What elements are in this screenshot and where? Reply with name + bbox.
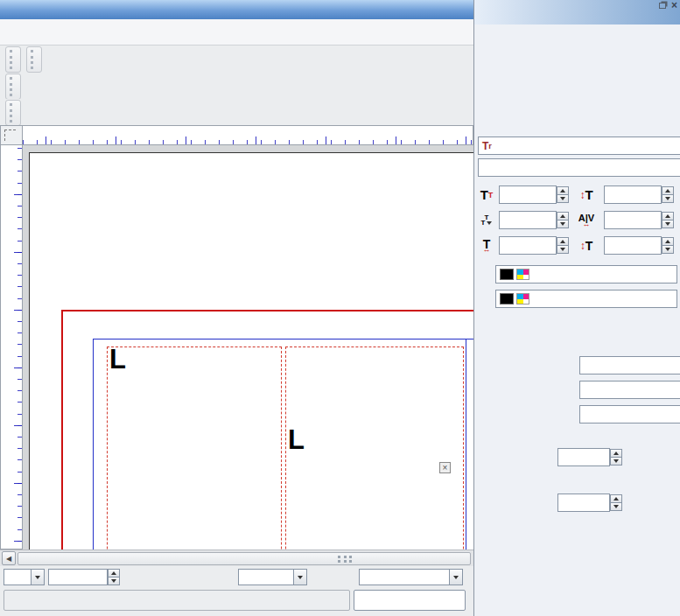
status-message-panel xyxy=(4,590,350,611)
kerning-field[interactable] xyxy=(604,211,662,229)
toolbar-file-edit xyxy=(0,46,473,74)
font-family-row: Tr xyxy=(474,136,680,155)
palette-close-button[interactable]: × xyxy=(671,1,677,10)
status-bar xyxy=(0,588,473,616)
zoom-original-button[interactable] xyxy=(147,568,165,586)
font-size-row: TT ↕T xyxy=(474,186,680,204)
unit-selector[interactable] xyxy=(4,569,32,585)
text-column-2-border xyxy=(285,346,464,550)
text-column-1-border xyxy=(107,346,282,550)
toolbar-handle[interactable] xyxy=(10,103,12,122)
frame-guide-top xyxy=(93,339,473,340)
v-scale-field[interactable] xyxy=(604,236,662,255)
vertical-ruler[interactable] xyxy=(0,145,23,550)
stroke-color-row xyxy=(474,265,680,284)
glyph-extension-min-field[interactable] xyxy=(557,494,610,512)
document-canvas[interactable]: × L L xyxy=(23,145,473,550)
properties-palette: × Tr TT ↕T TT A|V↔ xyxy=(473,0,680,616)
page[interactable]: × L L xyxy=(29,152,473,550)
font-face-icon: Tr xyxy=(482,140,492,152)
unit-selector-arrow[interactable] xyxy=(32,569,45,585)
scribus-app-icon xyxy=(4,3,18,17)
horizontal-ruler[interactable] xyxy=(23,125,473,145)
optical-margins-combo[interactable] xyxy=(579,405,680,424)
scribus-desktop: × L L ◀ xyxy=(0,0,680,616)
last-page-button[interactable] xyxy=(333,568,351,586)
menu-bar xyxy=(0,19,473,46)
line-spacing-icon: TT xyxy=(474,215,499,226)
toolbar-handle[interactable] xyxy=(10,77,12,96)
drop-cap: L xyxy=(288,428,305,452)
scroll-left-arrow[interactable]: ◀ xyxy=(2,551,16,565)
zoom-level-field[interactable] xyxy=(48,569,108,585)
ruler-origin-box[interactable] xyxy=(0,125,23,145)
paragraph-style-combo[interactable] xyxy=(579,356,680,374)
palette-title-bar: × xyxy=(474,0,680,24)
font-style-combo[interactable] xyxy=(478,158,680,177)
palette-restore-button[interactable] xyxy=(659,3,666,9)
cmyk-icon xyxy=(516,269,529,280)
toolbar-edit-group xyxy=(26,46,42,73)
stroke-color-swatch xyxy=(500,269,514,280)
scribus-menu-icon xyxy=(4,25,18,39)
toolbar-handle[interactable] xyxy=(31,50,33,69)
status-value-field xyxy=(354,590,466,611)
font-family-combo[interactable]: Tr xyxy=(478,136,680,155)
drop-cap: L xyxy=(109,347,126,372)
v-scale-icon: ↕T xyxy=(569,239,604,253)
font-size-spinner[interactable] xyxy=(557,186,569,203)
h-scale-icon: T↔ xyxy=(474,240,499,251)
margin-guide-left xyxy=(61,310,63,550)
scale-row: T↔ ↕T xyxy=(474,236,680,255)
fill-color-swatch xyxy=(500,293,514,304)
zoom-out-button[interactable] xyxy=(127,568,145,586)
toolbar-pdf-group xyxy=(5,100,21,126)
kerning-spinner[interactable] xyxy=(662,212,674,228)
h-scale-field[interactable] xyxy=(499,236,557,255)
baseline-offset-field[interactable] xyxy=(604,186,662,204)
baseline-offset-icon: ↕T xyxy=(569,187,604,202)
scrollbar-thumb[interactable] xyxy=(18,552,471,565)
layer-selector[interactable] xyxy=(359,569,450,585)
margin-guide-top xyxy=(61,310,473,312)
v-scale-spinner[interactable] xyxy=(662,237,674,254)
cmyk-icon xyxy=(516,293,529,304)
next-page-button[interactable] xyxy=(312,568,331,586)
fill-color-combo[interactable] xyxy=(495,290,677,308)
font-size-icon: TT xyxy=(474,187,499,202)
font-size-field[interactable] xyxy=(499,186,557,204)
zoom-spinner[interactable] xyxy=(108,569,120,585)
font-style-row xyxy=(474,158,680,177)
first-page-button[interactable] xyxy=(193,568,212,586)
previous-page-button[interactable] xyxy=(214,568,232,586)
status-controls xyxy=(0,567,473,587)
toolbar-file-group xyxy=(5,46,21,73)
page-indicator-arrow[interactable] xyxy=(294,569,307,585)
scribus-palette-icon xyxy=(481,7,495,21)
toolbar-pdf xyxy=(0,99,473,126)
frame-guide-left xyxy=(93,339,94,550)
word-tracking-min-spinner[interactable] xyxy=(610,449,622,466)
baseline-offset-spinner[interactable] xyxy=(662,186,674,203)
line-spacing-field[interactable] xyxy=(499,211,557,229)
toolbar-tools xyxy=(0,73,473,101)
line-spacing-spinner[interactable] xyxy=(557,212,569,228)
text-overflow-icon[interactable]: × xyxy=(439,462,451,473)
stroke-color-combo[interactable] xyxy=(495,265,677,284)
character-style-combo[interactable] xyxy=(579,381,680,399)
toolbar-tools-group xyxy=(5,74,21,100)
page-indicator[interactable] xyxy=(238,569,294,585)
line-spacing-row: TT A|V↔ xyxy=(474,211,680,229)
title-bar xyxy=(0,0,473,19)
zoom-in-button[interactable] xyxy=(167,568,186,586)
layer-selector-arrow[interactable] xyxy=(450,569,463,585)
kerning-icon: A|V↔ xyxy=(569,214,604,226)
main-window: × L L ◀ xyxy=(0,0,473,616)
h-scale-spinner[interactable] xyxy=(557,237,569,254)
horizontal-scrollbar[interactable]: ◀ xyxy=(0,550,473,566)
word-tracking-min-field[interactable] xyxy=(557,448,610,466)
frame-guide-right xyxy=(466,339,466,550)
toolbar-handle[interactable] xyxy=(10,50,12,69)
glyph-extension-min-spinner[interactable] xyxy=(610,494,622,511)
fill-color-row xyxy=(474,290,680,308)
